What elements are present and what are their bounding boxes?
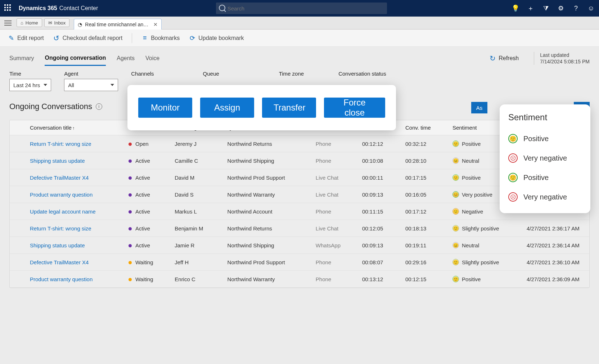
table-row[interactable]: Product warranty questionWaitingEnrico C… <box>10 271 589 288</box>
pencil-icon <box>8 35 14 41</box>
sentiment-filter-row[interactable]: ☹Very negative <box>508 148 582 168</box>
cell-queue: Northwind Warranty <box>222 271 310 288</box>
status-dot-icon <box>129 244 132 247</box>
info-icon[interactable]: i <box>96 103 102 110</box>
checkout-label: Checkout default report <box>63 35 122 41</box>
table-row[interactable]: Return T-shirt: wrong sizeActiveBenjamin… <box>10 220 589 237</box>
sentiment-face-icon: 🙂 <box>452 174 459 181</box>
status-dot-icon <box>129 210 132 214</box>
conversation-link[interactable]: Return T-shirt: wrong size <box>30 225 91 232</box>
sentiment-filter-label: Very negative <box>523 154 567 162</box>
home-pill[interactable]: ⌂ Home <box>17 18 42 27</box>
cell-conv-time: 00:29:16 <box>400 254 447 271</box>
app-module: Contact Center <box>59 5 98 12</box>
cell-sentiment: 🙂Slightly positive <box>447 254 521 271</box>
sentiment-filter-label: Very negative <box>523 193 567 201</box>
sentiment-face-icon: 😐 <box>452 242 459 248</box>
status-dot-icon <box>129 159 132 163</box>
help-icon[interactable]: ? <box>572 5 580 12</box>
filter-time-select[interactable]: Last 24 hrs <box>9 79 51 91</box>
cell-timestamp: 4/27/2021 2:36:10 AM <box>521 254 589 271</box>
tab-voice[interactable]: Voice <box>145 51 159 65</box>
view-tabs: Summary Ongoing conversation Agents Voic… <box>9 50 590 67</box>
lightbulb-icon[interactable]: 💡 <box>512 5 519 12</box>
force-close-button[interactable]: Force close <box>324 98 385 118</box>
cell-queue: Northwind Warranty <box>222 186 310 203</box>
cell-queue: Northwind Prod Support <box>222 169 310 186</box>
cell-conv-time: 00:16:05 <box>400 186 447 203</box>
inbox-label: Inbox <box>54 20 66 26</box>
divider <box>132 33 132 43</box>
cell-conv-time: 00:32:12 <box>400 135 447 152</box>
cell-agent: Jeremy J <box>169 135 221 152</box>
update-bookmark-label: Update bookmark <box>198 35 244 41</box>
sad-face-icon: ☹ <box>508 192 518 202</box>
sentiment-popover: Sentiment 🙂Positive☹Very negative🙂Positi… <box>500 104 590 213</box>
cell-channel: Phone <box>310 135 356 152</box>
search-input[interactable] <box>216 3 387 14</box>
cell-agent: Enrico C <box>169 271 221 288</box>
tab-agents[interactable]: Agents <box>117 51 135 65</box>
transfer-button[interactable]: Transfer <box>262 98 316 118</box>
cell-queue: Northwind Shipping <box>222 152 310 169</box>
conversation-link[interactable]: Return T-shirt: wrong size <box>30 141 91 147</box>
cell-agent: Camille C <box>169 152 221 169</box>
filter-icon[interactable]: ⧩ <box>542 5 549 12</box>
monitor-button[interactable]: Monitor <box>138 98 192 118</box>
cell-status: Active <box>123 152 169 169</box>
settings-gear-icon[interactable]: ⚙ <box>557 5 564 12</box>
conversation-link[interactable]: Shipping status update <box>30 242 85 248</box>
tab-ongoing-conversation[interactable]: Ongoing conversation <box>45 51 106 66</box>
sentiment-face-icon: 😊 <box>452 191 459 198</box>
cell-timestamp: 4/27/2021 2:36:09 AM <box>521 271 589 288</box>
status-dot-icon <box>129 227 132 230</box>
app-launcher-icon[interactable] <box>4 4 12 12</box>
cell-channel: Live Chat <box>310 220 356 237</box>
plus-icon[interactable]: ＋ <box>527 5 534 12</box>
cell-queue: Northwind Shipping <box>222 237 310 254</box>
cell-wait-time: 00:10:08 <box>356 152 400 169</box>
tab-summary[interactable]: Summary <box>9 51 34 65</box>
conversation-link[interactable]: Defective TrailMaster X4 <box>30 259 89 265</box>
conversation-link[interactable]: Product warranty question <box>30 276 93 282</box>
filter-agent-select[interactable]: All <box>64 79 118 91</box>
cell-conv-time: 00:18:13 <box>400 220 447 237</box>
navigation-menu-icon[interactable] <box>4 21 12 26</box>
cell-channel: Live Chat <box>310 186 356 203</box>
cell-status: Active <box>123 220 169 237</box>
cell-timestamp: 4/27/2021 2:36:14 AM <box>521 237 589 254</box>
cell-conv-time: 00:19:11 <box>400 237 447 254</box>
global-header: Dynamics 365 Contact Center 💡 ＋ ⧩ ⚙ ? ☺ <box>0 0 599 17</box>
sentiment-face-icon: 🙂 <box>452 259 459 265</box>
cell-status: Open <box>123 135 169 152</box>
filter-queue-label: Queue <box>203 71 219 77</box>
close-tab-icon[interactable]: ✕ <box>153 22 158 27</box>
cell-status: Active <box>123 203 169 220</box>
assign-button[interactable]: Assign <box>200 98 254 118</box>
assign-button-partial[interactable]: As <box>471 102 488 113</box>
inbox-pill[interactable]: ✉ Inbox <box>44 18 70 27</box>
conversation-link[interactable]: Defective TrailMaster X4 <box>30 175 89 181</box>
last-updated-value: 7/14/2024 5:08:15 PM <box>540 58 590 65</box>
conversation-link[interactable]: Update legal account name <box>30 208 96 215</box>
cell-agent: Jeff H <box>169 254 221 271</box>
checkout-default-report-button[interactable]: Checkout default report <box>53 35 122 41</box>
bookmarks-button[interactable]: Bookmarks <box>141 35 180 41</box>
smiley-feedback-icon[interactable]: ☺ <box>587 5 595 12</box>
sentiment-filter-label: Positive <box>523 174 549 182</box>
table-row[interactable]: Shipping status updateActiveJamie RNorth… <box>10 237 589 254</box>
conversation-link[interactable]: Shipping status update <box>30 158 85 164</box>
sentiment-filter-row[interactable]: ☹Very negative <box>508 187 582 207</box>
header-actions: 💡 ＋ ⧩ ⚙ ? ☺ <box>512 5 595 12</box>
conversation-link[interactable]: Product warranty question <box>30 192 93 198</box>
table-row[interactable]: Defective TrailMaster X4WaitingJeff HNor… <box>10 254 589 271</box>
cell-queue: Northwind Prod Support <box>222 254 310 271</box>
update-bookmark-button[interactable]: Update bookmark <box>189 35 244 41</box>
edit-report-button[interactable]: Edit report <box>8 35 44 41</box>
col-conv-time[interactable]: Conv. time <box>400 120 447 135</box>
document-tab[interactable]: ◔ Real time omnichannel an… ✕ <box>74 19 162 30</box>
col-title[interactable]: Conversation title↑ <box>24 120 123 135</box>
sentiment-filter-row[interactable]: 🙂Positive <box>508 129 582 148</box>
refresh-button[interactable]: Refresh <box>490 54 519 63</box>
sentiment-filter-row[interactable]: 🙂Positive <box>508 168 582 187</box>
